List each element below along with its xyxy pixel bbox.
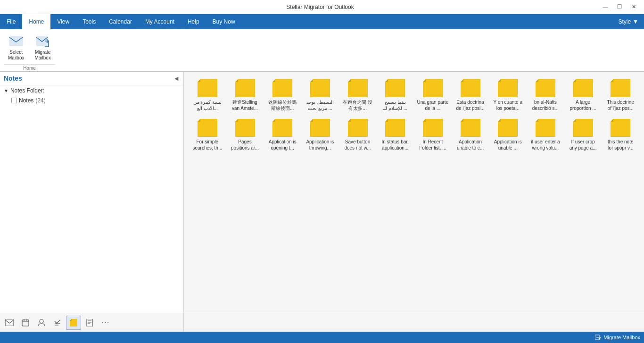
bottom-content-spacer (184, 313, 644, 332)
svg-marker-3 (198, 79, 200, 82)
note-item-0-10[interactable]: A large proportion ... (565, 77, 601, 113)
note-label-1-0: For simple searches, th... (191, 139, 223, 151)
restore-button[interactable]: ❐ (613, 2, 626, 12)
note-item-1-5[interactable]: In status bar, application... (377, 117, 413, 153)
minimize-button[interactable]: — (599, 2, 612, 12)
bottom-area: ··· (0, 313, 644, 332)
note-item-1-10[interactable]: If user crop any page a... (565, 117, 601, 153)
note-item-1-3[interactable]: Application is throwing... (302, 117, 338, 153)
svg-marker-10 (348, 79, 368, 97)
svg-marker-27 (198, 119, 200, 122)
svg-marker-48 (611, 119, 630, 137)
menu-item-view[interactable]: View (50, 14, 76, 29)
note-item-1-11[interactable]: this the note for spopr v... (603, 117, 638, 153)
window-title: Stellar Migrator for Outlook (41, 4, 599, 10)
tasks-button[interactable] (50, 316, 65, 330)
note-label-1-11: this the note for spopr v... (604, 139, 636, 151)
note-item-0-7[interactable]: Esta doctrina de i'jaz posi... (453, 77, 488, 113)
more-button[interactable]: ··· (98, 316, 113, 330)
svg-marker-29 (235, 119, 238, 122)
note-label-1-5: In status bar, application... (379, 139, 411, 151)
note-item-0-5[interactable]: بينما يسمح للإسلام للـ ... (377, 77, 413, 113)
svg-marker-36 (385, 119, 405, 137)
note-label-0-5: بينما يسمح للإسلام للـ ... (379, 99, 411, 111)
note-item-0-2[interactable]: 这防線位於馬斯線後面... (264, 77, 300, 113)
sidebar-collapse-button[interactable]: ◄ (173, 75, 180, 82)
note-item-0-1[interactable]: 建造Stelling van Amste... (227, 77, 263, 113)
migrate-mailbox-button[interactable]: MigrateMailbox (30, 31, 55, 63)
note-label-0-8: Y en cuanto a los poeta... (492, 99, 524, 111)
menu-bar: File Home View Tools Calendar My Account… (0, 14, 644, 29)
note-label-1-2: Application is opening t... (266, 139, 298, 151)
ribbon: SelectMailbox MigrateMailbox Home (0, 29, 644, 72)
select-mailbox-button[interactable]: SelectMailbox (4, 31, 28, 63)
select-mailbox-icon (8, 33, 24, 49)
sidebar-title: Notes (4, 75, 22, 82)
note-item-1-4[interactable]: Save button does not w... (340, 117, 376, 153)
note-label-0-2: 这防線位於馬斯線後面... (266, 99, 298, 111)
svg-marker-46 (573, 119, 593, 137)
select-mailbox-label: SelectMailbox (8, 50, 24, 61)
note-item-1-2[interactable]: Application is opening t... (264, 117, 300, 153)
menu-item-buy-now[interactable]: Buy Now (206, 14, 242, 29)
svg-marker-22 (573, 79, 593, 97)
status-bar: Migrate Mailbox (0, 332, 644, 343)
style-selector[interactable]: Style ▼ (618, 14, 644, 29)
svg-marker-40 (461, 119, 480, 137)
note-label-0-11: This doctrine of i'jaz pos... (604, 99, 636, 111)
notes-button[interactable] (66, 316, 81, 330)
svg-marker-44 (536, 119, 555, 137)
note-item-0-3[interactable]: البسيط , يوجد مربع بحث ... (302, 77, 338, 113)
note-item-1-1[interactable]: Pages positions ar... (227, 117, 263, 153)
note-label-0-3: البسيط , يوجد مربع بحث ... (304, 99, 336, 111)
note-label-0-4: 在跑台之間 没有太多... (342, 99, 374, 111)
menu-item-file[interactable]: File (0, 14, 22, 29)
svg-marker-12 (385, 79, 405, 97)
note-label-0-0: نسبة كبيرة من الأدب الع... (191, 99, 223, 111)
svg-rect-0 (9, 36, 23, 46)
note-item-1-0[interactable]: For simple searches, th... (190, 117, 225, 153)
sidebar-header: Notes ◄ (0, 72, 183, 85)
svg-marker-18 (498, 79, 518, 97)
note-item-0-9[interactable]: bn al-Nafis describió s... (528, 77, 563, 113)
journal-button[interactable] (82, 316, 97, 330)
note-label-0-9: bn al-Nafis describió s... (529, 99, 561, 111)
note-item-1-6[interactable]: In Recent Folder list, ... (415, 117, 451, 153)
svg-marker-28 (235, 119, 255, 137)
note-item-1-7[interactable]: Application unable to c... (453, 117, 488, 153)
svg-marker-20 (536, 79, 555, 97)
menu-item-my-account[interactable]: My Account (139, 14, 181, 29)
menu-item-home[interactable]: Home (22, 14, 50, 29)
menu-item-help[interactable]: Help (181, 14, 206, 29)
notes-count: (24) (35, 97, 45, 104)
sidebar-item-notes[interactable]: Notes (24) (0, 96, 183, 105)
svg-marker-4 (235, 79, 255, 97)
note-item-0-4[interactable]: 在跑台之間 没有太多... (340, 77, 376, 113)
note-label-1-8: Application is unable ... (492, 139, 524, 151)
note-item-0-8[interactable]: Y en cuanto a los poeta... (490, 77, 526, 113)
svg-rect-51 (22, 320, 29, 326)
mail-button[interactable] (2, 316, 17, 330)
close-button[interactable]: ✕ (627, 2, 640, 12)
svg-marker-16 (461, 79, 480, 97)
migrate-mailbox-icon (35, 33, 50, 49)
note-item-0-0[interactable]: نسبة كبيرة من الأدب الع... (190, 77, 225, 113)
note-item-0-6[interactable]: Una gran parte de la ... (415, 77, 451, 113)
main-layout: Notes ◄ ▼ Notes Folder: Notes (24) نسبة … (0, 72, 644, 313)
calendar-button[interactable] (18, 316, 33, 330)
note-label-0-10: A large proportion ... (567, 99, 599, 111)
note-item-1-9[interactable]: if user enter a wrong valu... (528, 117, 563, 153)
menu-item-tools[interactable]: Tools (76, 14, 102, 29)
sidebar-folder[interactable]: ▼ Notes Folder: (0, 85, 183, 96)
notes-row-2: For simple searches, th... Pages positio… (190, 117, 638, 153)
note-label-1-3: Application is throwing... (304, 139, 336, 151)
migrate-icon (595, 334, 602, 341)
note-item-0-11[interactable]: This doctrine of i'jaz pos... (603, 77, 638, 113)
contacts-button[interactable] (34, 316, 49, 330)
menu-item-calendar[interactable]: Calendar (102, 14, 139, 29)
note-label-1-1: Pages positions ar... (229, 139, 261, 151)
note-label-0-7: Esta doctrina de i'jaz posi... (454, 99, 487, 111)
title-bar: Stellar Migrator for Outlook — ❐ ✕ (0, 0, 644, 14)
note-item-1-8[interactable]: Application is unable ... (490, 117, 526, 153)
svg-marker-8 (310, 79, 330, 97)
